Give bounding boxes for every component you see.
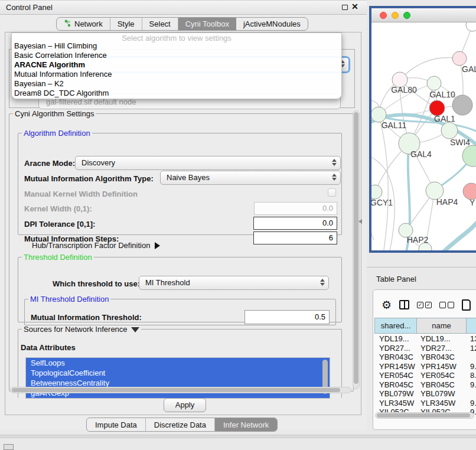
column-header-partial[interactable]: [467, 318, 476, 334]
network-node-label: GAL1: [434, 114, 455, 123]
algorithm-option[interactable]: Basic Correlation Inference: [12, 51, 341, 60]
cell-shared-name: YBR043C: [379, 353, 413, 362]
minimize-traffic-light-icon[interactable]: [392, 12, 399, 19]
settings-vertical-scrollbar[interactable]: [353, 110, 360, 389]
tab-label: Style: [118, 19, 135, 28]
network-node-gal1[interactable]: [441, 122, 458, 139]
network-node-gal10[interactable]: [427, 76, 441, 90]
columns-icon[interactable]: [399, 300, 409, 309]
dpi-tolerance-field[interactable]: 0.0: [253, 217, 337, 230]
network-canvas[interactable]: GALGAL80GAL10GAL1GAL11SWI4GAL4GCY1HAP4YH…: [371, 22, 476, 250]
tab-discretize-data[interactable]: Discretize Data: [146, 418, 215, 431]
table-row[interactable]: YBR043CYBR043C: [374, 353, 476, 362]
window-title: Control Panel: [6, 3, 53, 12]
column-header-shared[interactable]: shared...: [374, 318, 417, 334]
tab-impute-data[interactable]: Impute Data: [87, 418, 146, 431]
mi-threshold-field[interactable]: 0.5: [244, 310, 330, 324]
cell-value: 9.: [470, 399, 476, 408]
which-threshold-combobox[interactable]: MI Threshold: [139, 276, 329, 290]
export-table-icon[interactable]: [462, 299, 471, 311]
mi-algorithm-type-combobox[interactable]: Naive Bayes: [160, 171, 341, 185]
tab-style[interactable]: Style: [110, 18, 142, 30]
collapse-handle[interactable]: [4, 444, 14, 450]
tab-jactivemnodules[interactable]: jActiveMNodules: [236, 18, 308, 30]
cell-name: YDL19...: [420, 334, 451, 344]
network-node-label: GAL: [462, 64, 476, 74]
network-tab-icon: [64, 19, 71, 29]
attribute-list-item[interactable]: TopologicalCoefficient: [26, 368, 330, 378]
zoom-traffic-light-icon[interactable]: [403, 12, 410, 19]
aracne-mode-combobox[interactable]: Discovery: [75, 156, 341, 170]
network-node-gal[interactable]: [452, 51, 467, 66]
select-all-checkboxes-icon[interactable]: ✓✓: [417, 302, 432, 308]
manual-kernel-checkbox[interactable]: [328, 188, 336, 197]
network-graph: GALGAL80GAL10GAL1GAL11SWI4GAL4GCY1HAP4YH…: [371, 22, 476, 250]
network-node-label: SWI4: [450, 138, 470, 147]
cell-name: YDR27...: [420, 344, 452, 353]
algorithm-option[interactable]: Bayesian – K2: [12, 79, 341, 89]
settings-vertical-scrollbar-thumb[interactable]: [354, 112, 358, 384]
close-traffic-light-icon[interactable]: [380, 12, 387, 19]
mi-steps-field[interactable]: 6: [253, 231, 337, 244]
network-node-y[interactable]: [463, 183, 476, 200]
table-row[interactable]: YDR27...YDR27...12: [374, 344, 476, 353]
table-row[interactable]: YBR045CYBR045C9.: [374, 380, 476, 390]
network-node[interactable]: [452, 95, 472, 115]
table-row[interactable]: YPR145WYPR145W9.: [374, 362, 476, 371]
algorithm-option[interactable]: Bayesian – Hill Climbing: [12, 41, 341, 51]
splitpane-arrow-icon[interactable]: [358, 219, 362, 224]
cell-value: 12: [470, 344, 476, 353]
table-row[interactable]: YLR345WYLR345W9.: [374, 399, 476, 408]
gear-icon[interactable]: ⚙: [382, 299, 392, 311]
aracne-mode-label: Aracne Mode:: [24, 159, 75, 168]
hub-definition-toggle[interactable]: Hub/Transcription Factor Definition: [32, 241, 160, 250]
table-rows: YDL19...YDL19...13YDR27...YDR27...12YBR0…: [374, 334, 476, 417]
cell-shared-name: YLR345W: [379, 399, 414, 408]
network-node-gcy1[interactable]: [371, 185, 382, 199]
table-row[interactable]: YDL19...YDL19...13: [374, 334, 476, 344]
tab-label: jActiveMNodules: [243, 19, 301, 28]
algorithm-option[interactable]: Dream8 DC_TDC Algorithm: [12, 89, 341, 98]
network-node-swi4[interactable]: [462, 145, 476, 167]
settings-horizontal-scrollbar[interactable]: [10, 387, 351, 393]
column-header-name[interactable]: name: [417, 318, 467, 334]
table-horizontal-scrollbar[interactable]: [375, 412, 474, 419]
cell-value: 9.: [470, 362, 476, 371]
cell-shared-name: YBL079W: [379, 389, 414, 399]
network-view-window: GALGAL80GAL10GAL1GAL11SWI4GAL4GCY1HAP4YH…: [369, 6, 476, 253]
table-horizontal-scrollbar-thumb[interactable]: [377, 413, 470, 418]
attribute-list-item[interactable]: SelfLoops: [26, 358, 330, 368]
table-row[interactable]: YBL079WYBL079W: [374, 389, 476, 399]
tab-label: Infer Network: [223, 420, 269, 429]
settings-horizontal-scrollbar-thumb[interactable]: [12, 388, 340, 392]
table-toolbar: ⚙ ✓✓: [373, 296, 476, 314]
deselect-all-checkboxes-icon[interactable]: [439, 302, 454, 308]
network-node-label: GAL80: [391, 85, 417, 94]
table-panel-title: Table Panel: [376, 275, 416, 283]
control-panel-tabs: NetworkStyleSelectCyni ToolboxjActiveMNo…: [56, 17, 308, 31]
tab-infer-network[interactable]: Infer Network: [215, 418, 277, 431]
network-node[interactable]: [466, 22, 476, 31]
tab-select[interactable]: Select: [142, 18, 178, 30]
cell-shared-name: YBR045C: [379, 380, 413, 390]
network-node-label: GAL11: [382, 120, 407, 130]
algorithm-option[interactable]: Mutual Information Inference: [12, 70, 341, 79]
combo-stepper-icon: [319, 279, 325, 286]
cell-shared-name: YPR145W: [379, 362, 415, 371]
float-window-icon[interactable]: [342, 5, 348, 10]
tab-network[interactable]: Network: [57, 18, 110, 30]
algorithm-definition-group: Algorithm Definition Aracne Mode: Discov…: [18, 129, 342, 235]
network-window-titlebar[interactable]: [371, 8, 476, 22]
tab-cyni-toolbox[interactable]: Cyni Toolbox: [178, 18, 236, 30]
table-row[interactable]: YER054CYER054C8.: [374, 371, 476, 380]
apply-button[interactable]: Apply: [164, 398, 206, 412]
kernel-width-field[interactable]: 0.0: [254, 202, 337, 215]
tab-label: Impute Data: [95, 420, 137, 429]
cell-name: YLR345W: [420, 399, 455, 408]
network-node-label: GAL4: [410, 149, 432, 159]
status-bar: [0, 435, 476, 438]
close-icon[interactable]: ✕: [351, 2, 358, 11]
bottom-tabs: Impute DataDiscretize DataInfer Network: [86, 418, 278, 432]
algorithm-option[interactable]: ARACNE Algorithm: [12, 60, 341, 70]
data-attributes-label: Data Attributes: [21, 343, 76, 352]
